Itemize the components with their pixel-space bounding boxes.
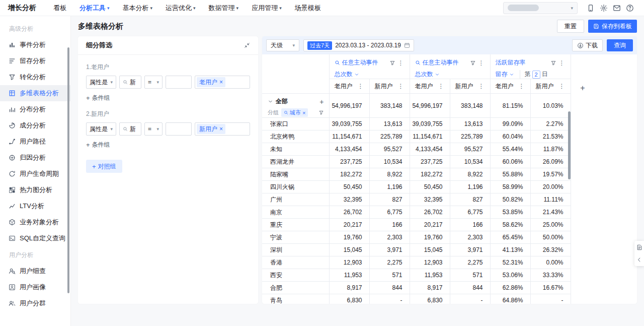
- sidebar-item[interactable]: 用户路径: [0, 134, 70, 150]
- collapse-panel-icon[interactable]: [244, 42, 250, 48]
- sidebar-item-label: 用户细查: [20, 267, 46, 276]
- filter-icon[interactable]: [389, 60, 395, 66]
- sidebar-item[interactable]: 分布分析: [0, 101, 70, 117]
- value-input[interactable]: [166, 122, 192, 136]
- header-actions: [585, 2, 636, 14]
- chevron-down-icon[interactable]: [268, 99, 273, 104]
- retention-day-selector[interactable]: 第2日: [520, 70, 548, 79]
- mail-button[interactable]: [611, 2, 623, 14]
- granularity-select[interactable]: 天级 ▾: [266, 39, 299, 51]
- expand-drawer-button[interactable]: [634, 253, 644, 266]
- more-icon[interactable]: ⋮: [558, 59, 566, 67]
- more-icon[interactable]: ⋮: [558, 83, 566, 90]
- chevron-down-icon[interactable]: [509, 72, 514, 77]
- operator-select[interactable]: =▾: [144, 122, 163, 136]
- close-icon[interactable]: ×: [219, 79, 223, 86]
- cell-value: 26.32%: [530, 244, 571, 256]
- nav-item[interactable]: 应用管理▾: [252, 4, 282, 13]
- close-icon[interactable]: ×: [219, 125, 223, 133]
- add-column-button[interactable]: +: [578, 83, 588, 93]
- download-button[interactable]: 下载: [572, 39, 603, 51]
- operator-select[interactable]: =▾: [144, 76, 163, 89]
- sidebar-item[interactable]: 热力图分析: [0, 182, 70, 198]
- sidebar-item[interactable]: 业务对象分析: [0, 214, 70, 230]
- caret-down-icon: ▾: [107, 6, 110, 11]
- cell-value: 11,953: [329, 269, 369, 282]
- add-contrast-group-button[interactable]: + 对照组: [86, 160, 122, 173]
- sidebar-item[interactable]: 用户画像: [0, 279, 70, 295]
- sidebar-item[interactable]: 事件分析: [0, 37, 70, 53]
- reset-button[interactable]: 重置: [557, 20, 584, 33]
- feedback-button[interactable]: [634, 241, 644, 253]
- filter-icon[interactable]: [318, 110, 324, 115]
- column-event-name[interactable]: 任意主动事件: [342, 58, 378, 67]
- project-select[interactable]: ▾: [503, 2, 578, 14]
- sidebar-item[interactable]: 用户分群: [0, 295, 70, 311]
- value-tag[interactable]: 新用户×: [197, 124, 225, 134]
- device-button[interactable]: [585, 2, 597, 14]
- sidebar-item[interactable]: 归因分析: [0, 150, 70, 166]
- sidebar-item[interactable]: 多维表格分析: [0, 85, 70, 101]
- filter-group-name: 1.老用户: [86, 63, 250, 72]
- add-condition-button[interactable]: +条件组: [86, 141, 110, 149]
- value-input[interactable]: [166, 76, 192, 89]
- metric-select[interactable]: 留存: [496, 70, 508, 79]
- more-icon[interactable]: ⋮: [478, 59, 485, 67]
- nav-item[interactable]: 场景模板: [295, 4, 321, 13]
- chevron-down-icon[interactable]: [354, 72, 359, 77]
- metric-select[interactable]: 总次数: [335, 70, 353, 79]
- table-scrollbar[interactable]: [568, 111, 571, 179]
- metric-select[interactable]: 总次数: [415, 70, 433, 79]
- nav-item[interactable]: 基本分析▾: [123, 4, 153, 13]
- more-icon[interactable]: ⋮: [357, 83, 364, 90]
- property-search[interactable]: 新: [119, 122, 141, 136]
- save-to-dashboard-button[interactable]: 保存到看板: [588, 20, 637, 33]
- column-event-name[interactable]: 活跃留存率: [496, 58, 526, 67]
- cell-value: 6,775: [450, 206, 490, 219]
- date-range-picker[interactable]: 过去7天 2023.03.13 - 2023.03.19: [303, 39, 414, 51]
- sidebar-item[interactable]: LTV分析: [0, 198, 70, 214]
- caret-down-icon: ▾: [236, 6, 239, 11]
- sub-column-header: 新用户⋮: [450, 79, 490, 94]
- operator-value: =: [148, 125, 151, 133]
- help-button[interactable]: [624, 2, 636, 14]
- query-button[interactable]: 查询: [607, 39, 633, 51]
- sidebar-item[interactable]: 留存分析: [0, 53, 70, 69]
- gear-button[interactable]: [598, 2, 610, 14]
- close-icon[interactable]: ×: [302, 110, 305, 116]
- nav-item[interactable]: 数据管理▾: [209, 4, 239, 13]
- sidebar-item[interactable]: 成分分析: [0, 117, 70, 134]
- more-icon[interactable]: ⋮: [478, 83, 485, 90]
- chevron-down-icon[interactable]: [435, 72, 440, 77]
- sidebar-item[interactable]: 用户生命周期: [0, 166, 70, 182]
- value-tag-box[interactable]: 老用户×: [195, 76, 250, 89]
- nav-item[interactable]: 看板: [53, 4, 66, 13]
- add-condition-button[interactable]: +条件组: [86, 94, 110, 102]
- more-icon[interactable]: ⋮: [518, 83, 525, 90]
- row-label: 南京: [262, 206, 329, 219]
- more-icon[interactable]: ⋮: [397, 83, 405, 90]
- value-tag[interactable]: 老用户×: [197, 77, 225, 87]
- sub-column-header: 新用户⋮: [369, 79, 410, 94]
- sidebar-item[interactable]: 转化分析: [0, 69, 70, 85]
- more-icon[interactable]: ⋮: [438, 83, 445, 90]
- more-icon[interactable]: ⋮: [397, 59, 405, 67]
- sidebar-item[interactable]: SQL自定义查询: [0, 230, 70, 246]
- property-select[interactable]: 属性是▾: [86, 122, 116, 136]
- sub-header-row: 老用户⋮新用户⋮老用户⋮新用户⋮老用户⋮新用户⋮: [262, 79, 571, 94]
- day-value[interactable]: 2: [532, 71, 540, 79]
- sidebar-scrollbar[interactable]: [67, 47, 69, 293]
- add-group-by-button[interactable]: +: [319, 98, 324, 106]
- cell-value: 10.03%: [530, 94, 571, 118]
- property-search[interactable]: 新: [119, 76, 141, 89]
- property-select[interactable]: 属性是▾: [86, 76, 116, 89]
- filter-icon[interactable]: [550, 60, 556, 66]
- value-tag-box[interactable]: 新用户×: [195, 122, 250, 136]
- nav-item[interactable]: 分析工具▾: [79, 4, 110, 13]
- sidebar-item[interactable]: 用户细查: [0, 263, 70, 279]
- cell-value: 1,196: [369, 181, 410, 193]
- column-event-name[interactable]: 任意主动事件: [423, 58, 459, 67]
- filter-icon[interactable]: [470, 60, 476, 66]
- group-by-tag[interactable]: 城市×: [281, 108, 308, 117]
- nav-item[interactable]: 运营优化▾: [166, 4, 196, 13]
